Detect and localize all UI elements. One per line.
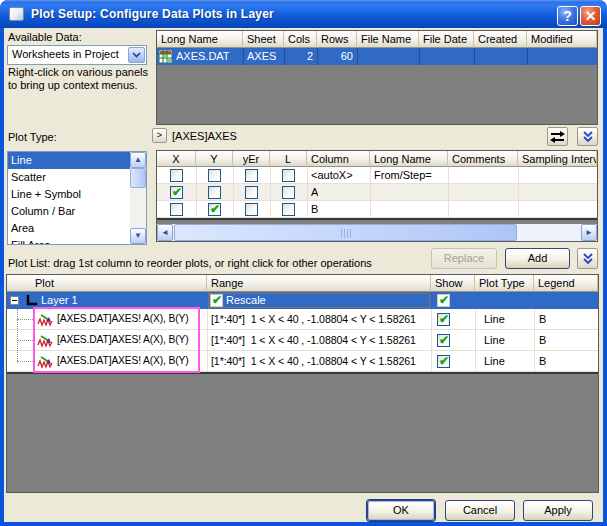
plot-type-item-line[interactable]: Line (8, 152, 130, 169)
checkbox-x-row2[interactable] (170, 203, 183, 216)
expand-panel-button[interactable]: > (152, 128, 167, 143)
combo-dropdown-button[interactable] (128, 47, 145, 63)
plot-type-item-line-symbol[interactable]: Line + Symbol (8, 186, 130, 203)
col-header-x[interactable]: X (157, 151, 196, 167)
col-header-rows[interactable]: Rows (317, 31, 357, 48)
columns-row-a[interactable]: A (157, 184, 597, 201)
col-header-sampling[interactable]: Sampling Interval (518, 151, 597, 167)
checkbox-y-row2[interactable] (208, 203, 221, 216)
expand-more-button-bottom[interactable] (577, 248, 598, 269)
col-header-range[interactable]: Range (207, 275, 431, 292)
layer-icon (25, 294, 38, 307)
expand-more-button-top[interactable] (577, 127, 598, 146)
rescale-label: Rescale (226, 294, 266, 306)
col-header-yer[interactable]: yEr (233, 151, 270, 167)
plot-show-checkbox-3[interactable] (437, 355, 450, 368)
checkbox-yer-row0[interactable] (245, 169, 258, 182)
col-header-column[interactable]: Column (307, 151, 370, 167)
worksheet-icon (159, 50, 172, 63)
checkbox-y-row1[interactable] (208, 186, 221, 199)
scroll-right-icon[interactable]: ► (581, 224, 597, 241)
col-header-modified[interactable]: Modified (527, 31, 597, 48)
available-data-combobox[interactable]: Worksheets in Project (7, 45, 147, 65)
checkbox-x-row1[interactable] (170, 186, 183, 199)
cell-cols: 2 (284, 50, 313, 62)
add-button[interactable]: Add (505, 248, 570, 269)
checkbox-l-row1[interactable] (282, 186, 295, 199)
cell-column-row2: B (311, 203, 318, 215)
scroll-left-icon[interactable]: ◄ (157, 224, 173, 241)
col-header-created[interactable]: Created (474, 31, 527, 48)
help-icon: ? (563, 8, 572, 24)
plot-setup-dialog: Plot Setup: Configure Data Plots in Laye… (0, 0, 607, 526)
data-table-row-axes[interactable]: AXES.DAT AXES 2 60 (157, 48, 597, 65)
plot-type-listbox[interactable]: Line Scatter Line + Symbol Column / Bar … (7, 151, 147, 245)
plot-type-3: Line (484, 355, 505, 367)
col-header-legend[interactable]: Legend (534, 275, 598, 292)
plot-type-item-column-bar[interactable]: Column / Bar (8, 203, 130, 220)
hscrollbar-thumb[interactable] (174, 224, 517, 241)
plot-type-item-scatter[interactable]: Scatter (8, 169, 130, 186)
rescale-checkbox[interactable] (210, 294, 223, 307)
replace-button-label: Replace (444, 252, 484, 264)
cell-rows: 60 (317, 50, 353, 62)
columns-row-autox[interactable]: <autoX> From/Step= (157, 167, 597, 184)
checkbox-yer-row2[interactable] (245, 203, 258, 216)
col-header-sheet[interactable]: Sheet (243, 31, 284, 48)
checkbox-l-row0[interactable] (282, 169, 295, 182)
plot-type-2: Line (484, 334, 505, 346)
tree-collapse-icon[interactable] (10, 296, 19, 305)
replace-button[interactable]: Replace (431, 248, 497, 269)
col-header-show[interactable]: Show (431, 275, 475, 292)
expand-more-icon (582, 131, 594, 143)
swap-columns-button[interactable] (547, 127, 568, 146)
col-header-l[interactable]: L (270, 151, 307, 167)
plot-list-caption: Plot List: drag 1st column to reorder pl… (8, 257, 372, 269)
available-data-table: Long Name Sheet Cols Rows File Name File… (156, 30, 598, 125)
plot-type-scrollbar[interactable]: ▲ ▼ (130, 152, 146, 244)
plot-type-item-area[interactable]: Area (8, 220, 130, 237)
checkbox-l-row2[interactable] (282, 203, 295, 216)
plot-show-checkbox-1[interactable] (437, 313, 450, 326)
col-header-comments[interactable]: Comments (448, 151, 518, 167)
hint-text-line2: to bring up context menus. (8, 79, 138, 91)
sheet-band-label: [AXES]AXES (172, 130, 237, 142)
plot-legend-2: B (539, 334, 546, 346)
col-header-long-name[interactable]: Long Name (157, 31, 243, 48)
plot-type-item-fill-area[interactable]: Fill Area (8, 237, 130, 245)
col-header-file-name[interactable]: File Name (357, 31, 419, 48)
apply-button[interactable]: Apply (523, 500, 593, 521)
scrollbar-thumb[interactable] (130, 168, 146, 188)
col-header-file-date[interactable]: File Date (419, 31, 474, 48)
layer-label: Layer 1 (41, 294, 78, 306)
col-header-long-name2[interactable]: Long Name (370, 151, 448, 167)
checkbox-y-row0[interactable] (208, 169, 221, 182)
plot-legend-1: B (539, 313, 546, 325)
scroll-down-icon[interactable]: ▼ (130, 228, 146, 244)
scroll-up-icon[interactable]: ▲ (130, 152, 146, 168)
window-icon (9, 7, 24, 21)
cell-long-name: AXES.DAT (176, 50, 230, 62)
plot-legend-3: B (539, 355, 546, 367)
col-header-plot-type[interactable]: Plot Type (475, 275, 534, 292)
columns-row-b[interactable]: B (157, 201, 597, 218)
ok-button[interactable]: OK (367, 500, 435, 521)
cancel-button[interactable]: Cancel (445, 500, 515, 521)
hint-text-line1: Right-click on various panels (8, 66, 148, 78)
layer-show-checkbox[interactable] (437, 294, 450, 307)
col-header-plot[interactable]: Plot (7, 275, 207, 292)
checkbox-x-row0[interactable] (170, 169, 183, 182)
columns-table: X Y yEr L Column Long Name Comments Samp… (156, 150, 598, 242)
ok-button-label: OK (393, 504, 409, 516)
columns-table-hscrollbar[interactable]: ◄ ► (157, 224, 597, 241)
close-button[interactable]: ✕ (580, 6, 601, 26)
add-button-label: Add (528, 252, 548, 264)
help-button[interactable]: ? (557, 6, 578, 26)
col-header-cols[interactable]: Cols (284, 31, 317, 48)
title-bar[interactable]: Plot Setup: Configure Data Plots in Laye… (0, 0, 607, 28)
plot-show-checkbox-2[interactable] (437, 334, 450, 347)
checkbox-yer-row1[interactable] (245, 186, 258, 199)
window-title: Plot Setup: Configure Data Plots in Laye… (31, 7, 274, 21)
col-header-y[interactable]: Y (196, 151, 233, 167)
layer-range-cell[interactable]: Rescale (207, 292, 431, 309)
